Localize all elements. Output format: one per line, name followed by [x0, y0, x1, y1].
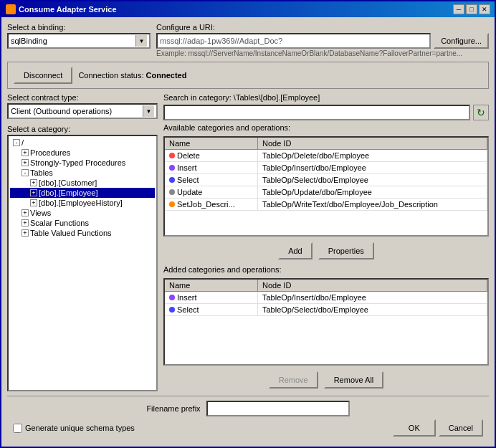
- ok-button[interactable]: OK: [393, 419, 436, 437]
- table-row[interactable]: Insert TableOp/Insert/dbo/Employee: [165, 292, 487, 304]
- window-icon: [6, 4, 16, 14]
- expand-customer-icon[interactable]: +: [30, 179, 37, 186]
- added-ops-col-nodeid: Node ID: [258, 280, 487, 291]
- filename-input[interactable]: [206, 401, 350, 416]
- added-op-select-name: Select: [165, 304, 258, 315]
- expand-root-icon[interactable]: -: [13, 139, 20, 146]
- uri-example: Example: mssql://ServerName/InstanceName…: [156, 49, 479, 57]
- table-row[interactable]: SetJob_Descri... TableOp/WriteText/dbo/E…: [165, 199, 487, 211]
- expand-employee-icon[interactable]: +: [30, 189, 37, 196]
- available-ops-col-name: Name: [165, 138, 258, 149]
- tree-item-root[interactable]: - /: [10, 138, 155, 148]
- tree-root-label: /: [22, 138, 24, 147]
- contract-select[interactable]: Client (Outbound operations) ▼: [7, 103, 158, 119]
- disconnect-button[interactable]: Disconnect: [14, 67, 72, 84]
- properties-button[interactable]: Properties: [318, 242, 374, 259]
- search-input[interactable]: [163, 105, 470, 120]
- close-button[interactable]: ✕: [479, 4, 490, 14]
- available-ops-col-nodeid: Node ID: [258, 138, 487, 149]
- table-row[interactable]: Insert TableOp/Insert/dbo/Employee: [165, 162, 487, 174]
- tree-item-customer[interactable]: + [dbo].[Customer]: [10, 178, 155, 188]
- checkbox-label: Generate unique schema types: [25, 424, 135, 432]
- update-dot: [169, 189, 175, 195]
- table-row[interactable]: Delete TableOp/Delete/dbo/Employee: [165, 150, 487, 162]
- added-op-insert-name: Insert: [165, 292, 258, 303]
- category-label: Select a category:: [7, 125, 158, 133]
- table-row[interactable]: Select TableOp/Select/dbo/Employee: [165, 304, 487, 316]
- binding-select[interactable]: sqlBinding ▼: [7, 33, 151, 49]
- minimize-button[interactable]: ─: [453, 4, 464, 14]
- tree-item-strongly-typed[interactable]: + Strongly-Typed Procedures: [10, 158, 155, 168]
- connection-section: Disconnect Connection status: Connected: [7, 62, 489, 89]
- added-ops-body: Insert TableOp/Insert/dbo/Employee Selec…: [165, 292, 487, 316]
- available-op-insert-nodeid: TableOp/Insert/dbo/Employee: [258, 162, 487, 173]
- available-ops-table[interactable]: Name Node ID Delete TableOp/Delete/dbo/E…: [163, 136, 489, 237]
- tree-procedures-label: Procedures: [30, 148, 70, 157]
- tree-item-procedures[interactable]: + Procedures: [10, 148, 155, 158]
- add-button[interactable]: Add: [278, 242, 313, 259]
- tree-table-valued-label: Table Valued Functions: [30, 229, 112, 237]
- tree-scalar-label: Scalar Functions: [30, 219, 89, 227]
- tree-views-label: Views: [30, 209, 51, 217]
- filename-label: Filename prefix: [146, 404, 200, 413]
- uri-input-row: Configure...: [156, 33, 489, 49]
- delete-dot: [169, 153, 175, 158]
- contract-label: Select contract type:: [7, 93, 158, 102]
- binding-uri-row: Select a binding: sqlBinding ▼ Configure…: [7, 23, 489, 57]
- remove-all-button[interactable]: Remove All: [324, 371, 384, 389]
- tree-item-employee[interactable]: + [dbo].[Employee]: [10, 188, 155, 198]
- expand-scalar-icon[interactable]: +: [22, 219, 29, 227]
- expand-table-valued-icon[interactable]: +: [22, 229, 29, 237]
- dialog-content: Select a binding: sqlBinding ▼ Configure…: [1, 17, 495, 447]
- configure-button[interactable]: Configure...: [434, 33, 489, 49]
- remove-buttons-row: Remove Remove All: [163, 371, 489, 389]
- expand-tables-icon[interactable]: -: [22, 169, 29, 176]
- uri-group: Configure a URI: Configure... Example: m…: [156, 23, 489, 57]
- binding-dropdown-arrow[interactable]: ▼: [135, 35, 147, 47]
- title-bar: Consume Adapter Service ─ □ ✕: [1, 1, 495, 17]
- filename-row: Filename prefix: [13, 401, 483, 416]
- table-row[interactable]: Update TableOp/Update/dbo/Employee: [165, 186, 487, 199]
- category-tree[interactable]: - / + Procedures + Strongly-Typed Proced…: [7, 135, 158, 391]
- expand-procedures-icon[interactable]: +: [22, 149, 29, 156]
- available-op-delete-nodeid: TableOp/Delete/dbo/Employee: [258, 150, 487, 161]
- available-op-select-nodeid: TableOp/Select/dbo/Employee: [258, 174, 487, 186]
- title-bar-text: Consume Adapter Service: [6, 4, 117, 14]
- tree-item-table-valued[interactable]: + Table Valued Functions: [10, 228, 155, 238]
- refresh-button[interactable]: ↻: [473, 105, 489, 120]
- expand-strongly-typed-icon[interactable]: +: [22, 159, 29, 166]
- added-op-insert-nodeid: TableOp/Insert/dbo/Employee: [258, 292, 487, 303]
- uri-label: Configure a URI:: [156, 23, 489, 32]
- tree-tables-label: Tables: [30, 168, 53, 177]
- binding-label: Select a binding:: [7, 23, 151, 32]
- cancel-button[interactable]: Cancel: [439, 419, 483, 437]
- available-ops-body: Delete TableOp/Delete/dbo/Employee Inser…: [165, 150, 487, 211]
- available-ops-header: Name Node ID: [165, 138, 487, 150]
- unique-schema-checkbox[interactable]: [13, 424, 22, 433]
- added-ops-table[interactable]: Name Node ID Insert TableOp/Insert/dbo/E…: [163, 278, 489, 366]
- remove-button[interactable]: Remove: [269, 371, 318, 389]
- contract-value: Client (Outbound operations): [11, 107, 112, 115]
- tree-item-views[interactable]: + Views: [10, 208, 155, 218]
- search-label: Search in category: \Tables\[dbo].[Emplo…: [163, 93, 489, 102]
- contract-dropdown-arrow[interactable]: ▼: [143, 105, 154, 117]
- checkbox-row: Generate unique schema types: [13, 424, 135, 433]
- tree-item-employee-history[interactable]: + [dbo].[EmployeeHistory]: [10, 198, 155, 208]
- tree-item-tables[interactable]: - Tables: [10, 168, 155, 178]
- expand-employee-history-icon[interactable]: +: [30, 199, 37, 206]
- tree-item-scalar-functions[interactable]: + Scalar Functions: [10, 218, 155, 228]
- bottom-actions: Generate unique schema types OK Cancel: [13, 419, 483, 437]
- available-ops-label: Available categories and operations:: [163, 123, 489, 132]
- available-op-update-name: Update: [165, 186, 258, 198]
- expand-views-icon[interactable]: +: [22, 209, 29, 216]
- main-area: Select contract type: Client (Outbound o…: [7, 93, 489, 391]
- setjob-dot: [169, 201, 175, 207]
- restore-button[interactable]: □: [466, 4, 477, 14]
- available-op-delete-name: Delete: [165, 150, 258, 161]
- main-window: Consume Adapter Service ─ □ ✕ Select a b…: [0, 0, 496, 448]
- table-row[interactable]: Select TableOp/Select/dbo/Employee: [165, 174, 487, 186]
- tree-employee-label: [dbo].[Employee]: [39, 189, 98, 197]
- uri-input[interactable]: [156, 33, 431, 49]
- binding-value: sqlBinding: [11, 37, 47, 45]
- connection-status-value: Connected: [146, 71, 187, 80]
